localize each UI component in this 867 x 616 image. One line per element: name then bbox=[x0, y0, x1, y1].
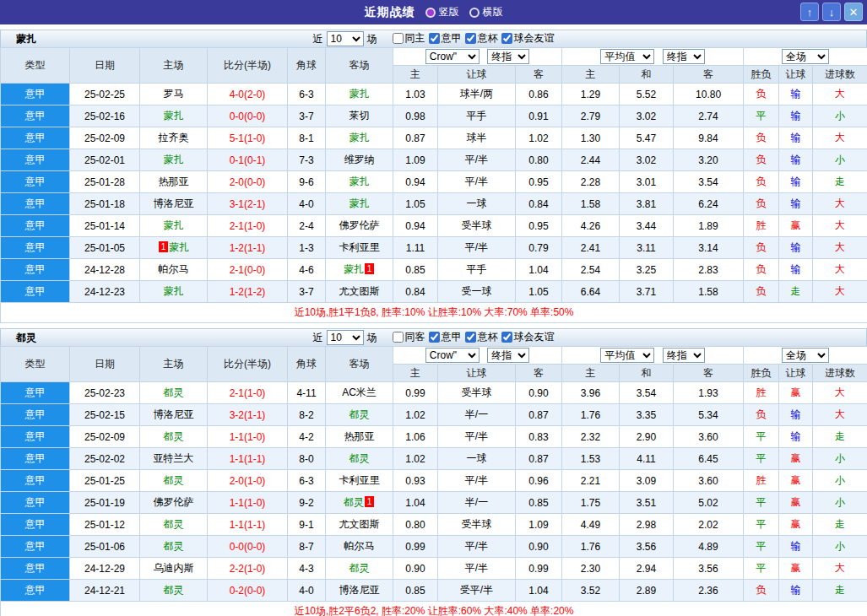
sections-container: 蒙扎 近 10 场 同主意甲意杯球会友谊 类型 日期 主场 bbox=[0, 30, 867, 616]
handicap-home-odds: 0.99 bbox=[393, 536, 438, 558]
filter-checkbox[interactable]: 同客 bbox=[389, 330, 425, 344]
team-name: 蒙扎 bbox=[16, 32, 36, 46]
europe-away-odds: 2.83 bbox=[674, 259, 744, 281]
handicap-away-odds: 0.87 bbox=[516, 404, 562, 426]
header-dropdown-row: 类型 日期 主场 比分(半场) 角球 客场 Crow" 终指 平均值 终指 bbox=[1, 347, 867, 365]
filter-checkbox[interactable]: 同主 bbox=[389, 31, 425, 46]
europe-time-select[interactable]: 终指 bbox=[663, 49, 705, 64]
goals-result-cell: 走 bbox=[813, 171, 867, 193]
league-cell: 意甲 bbox=[1, 281, 70, 303]
checkbox-input[interactable] bbox=[465, 332, 476, 343]
score-cell: 2-0(1-0) bbox=[208, 470, 288, 492]
team-label: 佛罗伦萨 bbox=[339, 219, 380, 231]
team-label: 蒙扎 bbox=[350, 176, 370, 187]
team-label: 蒙扎 bbox=[164, 154, 184, 165]
league-cell: 意甲 bbox=[1, 470, 70, 492]
handicap-home-odds: 0.80 bbox=[393, 514, 438, 536]
goals-result-cell: 大 bbox=[813, 84, 867, 105]
europe-type-select[interactable]: 平均值 bbox=[600, 49, 654, 64]
europe-away-odds: 10.80 bbox=[674, 84, 744, 105]
europe-type-select[interactable]: 平均值 bbox=[600, 348, 654, 363]
europe-draw-odds: 3.81 bbox=[620, 193, 674, 215]
europe-time-select[interactable]: 终指 bbox=[663, 348, 705, 363]
close-button[interactable]: ✕ bbox=[844, 3, 863, 21]
handicap-time-select[interactable]: 终指 bbox=[487, 348, 529, 363]
goals-result-cell: 大 bbox=[813, 404, 867, 426]
europe-away-odds: 1.89 bbox=[674, 215, 744, 237]
match-row: 意甲25-01-06都灵0-0(0-0)8-7帕尔马0.99平/半0.901.7… bbox=[1, 536, 867, 558]
checkbox-input[interactable] bbox=[393, 332, 404, 343]
filter-checkbox[interactable]: 意杯 bbox=[462, 330, 498, 344]
score-cell: 2-1(0-0) bbox=[208, 259, 288, 281]
europe-home-odds: 2.41 bbox=[562, 237, 620, 259]
scope-dropdown-cell: 全场 bbox=[744, 347, 867, 365]
home-team-cell: 蒙扎 bbox=[140, 149, 208, 171]
europe-dropdown-cell: 平均值 终指 bbox=[562, 48, 744, 66]
recent-count-select[interactable]: 10 bbox=[327, 330, 364, 345]
handicap-away-odds: 0.95 bbox=[516, 215, 562, 237]
col-header-eu-draw: 和 bbox=[620, 365, 674, 382]
checkbox-input[interactable] bbox=[501, 33, 512, 44]
filter-checkbox[interactable]: 意甲 bbox=[425, 31, 462, 46]
section-header: 蒙扎 近 10 场 同主意甲意杯球会友谊 bbox=[0, 30, 867, 47]
scope-select[interactable]: 全场 bbox=[782, 49, 829, 64]
europe-away-odds: 6.24 bbox=[674, 193, 744, 215]
view-option-horizontal[interactable]: 横版 bbox=[469, 5, 503, 19]
corner-cell: 8-1 bbox=[288, 127, 326, 149]
checkbox-input[interactable] bbox=[429, 332, 440, 343]
handicap-result-cell: 输 bbox=[779, 193, 813, 215]
europe-draw-odds: 3.02 bbox=[620, 149, 674, 171]
filter-checkbox[interactable]: 意杯 bbox=[462, 31, 498, 46]
handicap-result-cell: 输 bbox=[779, 259, 813, 281]
checkbox-input[interactable] bbox=[501, 332, 512, 343]
red-card-badge: 1 bbox=[365, 263, 374, 274]
date-cell: 25-01-06 bbox=[70, 536, 140, 558]
radio-selected-icon bbox=[425, 8, 436, 18]
team-label: 维罗纳 bbox=[344, 154, 375, 165]
checkbox-input[interactable] bbox=[393, 33, 404, 44]
col-header-score: 比分(半场) bbox=[208, 347, 288, 382]
team-label: 蒙扎 bbox=[164, 219, 184, 231]
view-option-vertical[interactable]: 竖版 bbox=[425, 5, 459, 19]
match-row: 意甲25-02-25罗马4-0(2-0)6-3蒙扎1.03球半/两0.861.2… bbox=[1, 84, 867, 105]
europe-home-odds: 1.53 bbox=[562, 448, 620, 470]
filter-checkbox[interactable]: 球会友谊 bbox=[498, 31, 555, 46]
home-team-cell: 蒙扎 bbox=[140, 281, 208, 303]
recent-count-select[interactable]: 10 bbox=[327, 31, 364, 46]
up-arrow-icon: ↑ bbox=[807, 6, 813, 19]
corner-cell: 8-7 bbox=[288, 536, 326, 558]
scroll-up-button[interactable]: ↑ bbox=[800, 3, 819, 21]
radio-label-horizontal: 横版 bbox=[483, 5, 503, 19]
handicap-result-cell: 赢 bbox=[779, 470, 813, 492]
goals-result-cell: 小 bbox=[813, 536, 867, 558]
checkbox-input[interactable] bbox=[429, 33, 440, 44]
date-cell: 25-02-01 bbox=[70, 149, 140, 171]
league-cell: 意甲 bbox=[1, 237, 70, 259]
handicap-line: 平/半 bbox=[438, 470, 516, 492]
handicap-company-select[interactable]: Crow" bbox=[425, 49, 480, 64]
away-team-cell: 都灵 bbox=[326, 448, 393, 470]
handicap-company-select[interactable]: Crow" bbox=[425, 348, 480, 363]
europe-home-odds: 2.21 bbox=[562, 470, 620, 492]
europe-draw-odds: 5.47 bbox=[620, 127, 674, 149]
home-team-cell: 1蒙扎 bbox=[140, 237, 208, 259]
checkbox-input[interactable] bbox=[465, 33, 476, 44]
team-label: 罗马 bbox=[164, 88, 184, 100]
handicap-time-select[interactable]: 终指 bbox=[487, 49, 529, 64]
date-cell: 24-12-21 bbox=[70, 580, 140, 602]
team-label: 都灵 bbox=[350, 562, 370, 574]
league-cell: 意甲 bbox=[1, 426, 70, 448]
europe-draw-odds: 3.54 bbox=[620, 382, 674, 404]
handicap-home-odds: 0.85 bbox=[393, 259, 438, 281]
europe-draw-odds: 3.44 bbox=[620, 215, 674, 237]
away-team-cell: 都灵 bbox=[326, 404, 393, 426]
match-row: 意甲25-01-051蒙扎1-2(1-1)1-3卡利亚里1.11平/半0.792… bbox=[1, 237, 867, 259]
corner-cell: 4-11 bbox=[288, 382, 326, 404]
filter-checkbox[interactable]: 意甲 bbox=[425, 330, 462, 344]
team-label: 蒙扎 bbox=[350, 88, 370, 100]
scroll-down-button[interactable]: ↓ bbox=[822, 3, 841, 21]
filter-checkbox[interactable]: 球会友谊 bbox=[498, 330, 555, 344]
scope-select[interactable]: 全场 bbox=[782, 348, 829, 363]
match-row: 意甲25-01-28热那亚2-0(0-0)9-6蒙扎0.94平/半0.952.2… bbox=[1, 171, 867, 193]
team-label: 博洛尼亚 bbox=[154, 197, 194, 209]
